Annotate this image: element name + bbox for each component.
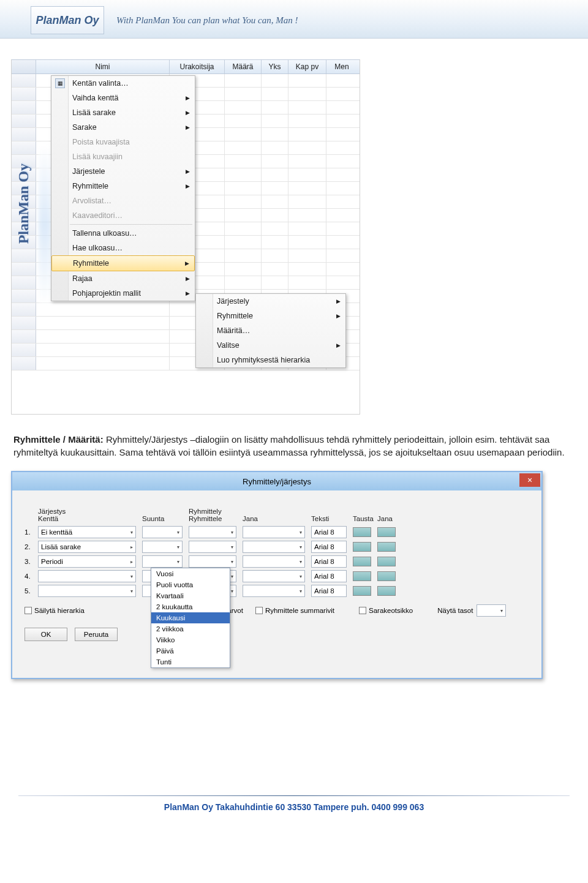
color-swatch-bg[interactable] <box>353 586 371 596</box>
combo-field[interactable]: ▾ <box>38 570 136 582</box>
check-sailyta[interactable]: Säilytä hierarkia <box>24 607 85 614</box>
checkbox-icon[interactable] <box>359 607 366 614</box>
menu-item[interactable]: Järjestely▶ <box>196 294 345 309</box>
combo-jana[interactable]: ▾ <box>243 570 305 582</box>
combo-group[interactable]: ▾ <box>189 526 236 538</box>
chevron-right-icon: ▶ <box>336 313 341 319</box>
color-swatch-jana[interactable] <box>377 542 396 552</box>
combo-field[interactable]: Periodi▸ <box>38 555 136 568</box>
menu-item-label: Pohjaprojektin mallit <box>72 289 141 298</box>
period-option[interactable]: Päivä <box>151 645 230 656</box>
menu-separator <box>70 224 192 225</box>
combo-jana[interactable]: ▾ <box>243 555 305 568</box>
period-dropdown[interactable]: VuosiPuoli vuottaKvartaali2 kuukauttaKuu… <box>151 568 230 668</box>
combo-field[interactable]: ▾ <box>38 585 136 597</box>
menu-item[interactable]: Ryhmittele▶ <box>51 255 195 271</box>
menu-item[interactable]: Lisää sarake▶ <box>51 105 195 120</box>
menu-item[interactable]: Sarake▶ <box>51 120 195 135</box>
col-tausta: Tausta <box>353 515 377 522</box>
color-swatch-bg[interactable] <box>353 571 371 581</box>
combo-text[interactable]: Arial 8 <box>311 541 347 553</box>
menu-item[interactable]: Ryhmittele▶ <box>51 179 195 194</box>
combo-text[interactable]: Arial 8 <box>311 526 347 538</box>
combo-jana[interactable]: ▾ <box>243 541 305 553</box>
menu-item[interactable]: Ryhmittele▶ <box>196 309 345 323</box>
combo-jana[interactable]: ▾ <box>243 585 305 597</box>
th-urakoitsija[interactable]: Urakoitsija <box>170 60 225 73</box>
th-men[interactable]: Men <box>326 60 357 73</box>
menu-item[interactable]: Pohjaprojektin mallit▶ <box>51 286 195 301</box>
menu-item[interactable]: Rajaa▶ <box>51 271 195 286</box>
combo-jana[interactable]: ▾ <box>243 526 305 538</box>
menu-item[interactable]: Arvolistat… <box>51 194 195 208</box>
combo-group[interactable]: ▾ <box>189 555 236 568</box>
checkbox-icon[interactable] <box>255 607 263 614</box>
menu-item[interactable]: Poista kuvaajista <box>51 135 195 149</box>
period-option[interactable]: Tunti <box>151 656 230 667</box>
chevron-down-icon: ▸ <box>130 559 133 565</box>
ok-button[interactable]: OK <box>24 628 67 641</box>
menu-item[interactable]: Valitse▶ <box>196 338 345 353</box>
th-maara[interactable]: Määrä <box>225 60 262 73</box>
check-summarivit-label: Ryhmittele summarivit <box>265 607 334 614</box>
th-nimi[interactable]: Nimi <box>36 60 170 73</box>
period-option[interactable]: Kuukausi <box>151 612 230 623</box>
menu-item[interactable]: Tallenna ulkoasu… <box>51 226 195 241</box>
color-swatch-jana[interactable] <box>377 571 396 581</box>
chevron-right-icon: ▶ <box>186 168 190 175</box>
check-sarakeotsikko[interactable]: Sarakeotsikko <box>359 607 413 614</box>
color-swatch-jana[interactable] <box>377 586 396 596</box>
menu-item[interactable]: Luo ryhmityksestä hierarkia <box>196 353 345 367</box>
heading-jarjestys: Järjestys <box>38 508 142 515</box>
context-menu-submenu[interactable]: Järjestely▶Ryhmittele▶Määritä…Valitse▶Lu… <box>195 293 346 368</box>
color-swatch-bg[interactable] <box>353 542 371 552</box>
th-yks[interactable]: Yks <box>262 60 288 73</box>
menu-item-label: Ryhmittele <box>72 182 108 190</box>
color-swatch-jana[interactable] <box>377 527 396 537</box>
period-option[interactable]: Kvartaali <box>151 590 230 601</box>
color-swatch-jana[interactable] <box>377 557 396 566</box>
period-option[interactable]: Puoli vuotta <box>151 579 230 590</box>
combo-direction[interactable]: ▾ <box>142 526 183 538</box>
menu-item-label: Kaavaeditori… <box>72 211 123 220</box>
color-swatch-bg[interactable] <box>353 557 371 566</box>
chevron-down-icon: ▾ <box>130 530 133 535</box>
menu-item[interactable]: Kaavaeditori… <box>51 208 195 223</box>
dialog-titlebar[interactable]: Ryhmittely/järjestys × <box>12 472 541 490</box>
col-jana: Jana <box>243 515 311 522</box>
combo-field[interactable]: Ei kenttää▾ <box>38 526 136 538</box>
menu-item-label: Ryhmittele <box>73 259 109 268</box>
chevron-right-icon: ▶ <box>336 342 341 348</box>
combo-text[interactable]: Arial 8 <box>311 585 347 597</box>
combo-direction[interactable]: ▾ <box>142 555 183 568</box>
period-option[interactable]: Viikko <box>151 634 230 645</box>
menu-item[interactable]: Hae ulkoasu… <box>51 241 195 255</box>
menu-item-label: Järjestely <box>217 297 249 306</box>
combo-text[interactable]: Arial 8 <box>311 555 347 568</box>
period-option[interactable]: 2 viikkoa <box>151 623 230 634</box>
combo-group[interactable]: ▾ <box>189 541 236 553</box>
checkbox-icon[interactable] <box>24 607 32 614</box>
body-paragraph: Ryhmittele / Määritä: Ryhmittely/Järjest… <box>13 433 575 459</box>
combo-direction[interactable]: ▾ <box>142 541 183 553</box>
combo-nayta-tasot[interactable]: ▾ <box>477 604 506 617</box>
color-swatch-bg[interactable] <box>353 527 371 537</box>
dialog-row: 2.Lisää sarake▸▾▾▾Arial 8 <box>24 541 527 553</box>
combo-field[interactable]: Lisää sarake▸ <box>38 541 136 553</box>
period-option[interactable]: 2 kuukautta <box>151 601 230 612</box>
period-option[interactable]: Vuosi <box>151 568 230 579</box>
menu-item[interactable]: Määritä… <box>196 323 345 338</box>
th-kappv[interactable]: Kap pv <box>288 60 326 73</box>
close-button[interactable]: × <box>519 473 540 487</box>
combo-text[interactable]: Arial 8 <box>311 570 347 582</box>
check-summarivit[interactable]: Ryhmittele summarivit <box>255 607 334 614</box>
menu-item[interactable]: Järjestele▶ <box>51 164 195 179</box>
menu-item[interactable]: Lisää kuvaajiin <box>51 149 195 164</box>
context-menu-main[interactable]: ▦Kentän valinta…Vaihda kenttä▶Lisää sara… <box>51 75 195 301</box>
col-jana2: Jana <box>377 515 402 522</box>
menu-item[interactable]: ▦Kentän valinta… <box>51 76 195 91</box>
cancel-button[interactable]: Peruuta <box>75 628 118 641</box>
footer-text: PlanMan Oy Takahuhdintie 60 33530 Tamper… <box>0 802 588 824</box>
menu-item-label: Vaihda kenttä <box>72 94 119 102</box>
menu-item[interactable]: Vaihda kenttä▶ <box>51 91 195 105</box>
